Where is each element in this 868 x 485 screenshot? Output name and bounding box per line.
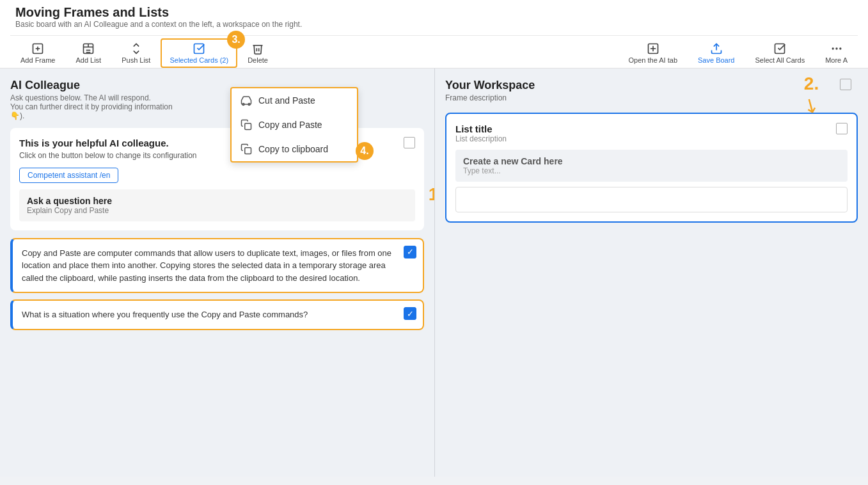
workspace-header: Your Workspace Frame description 2. ↘ xyxy=(445,79,858,102)
copy-paste-label: Copy and Paste xyxy=(258,120,322,130)
add-list-button[interactable]: Add List xyxy=(65,38,111,68)
cut-icon xyxy=(241,95,252,106)
list-checkbox[interactable] xyxy=(836,123,848,134)
list-box: List title List description Create a new… xyxy=(445,113,858,223)
context-menu: Cut and Paste Copy and Paste Copy to cli… xyxy=(230,87,358,163)
new-card-placeholder: Type text... xyxy=(463,166,840,175)
add-frame-label: Add Frame xyxy=(20,56,55,64)
selected-cards-label: Selected Cards (2) xyxy=(170,56,228,64)
toolbar: Add Frame Add List Push List 3. Selected… xyxy=(10,35,858,68)
ask-box-title: Ask a question here xyxy=(27,196,407,206)
right-panel: Your Workspace Frame description 2. ↘ Li… xyxy=(435,68,868,477)
new-card-title: Create a new Card here xyxy=(463,156,840,166)
card-text-input[interactable] xyxy=(455,187,848,212)
frame-title: AI Colleague xyxy=(10,79,424,92)
ask-box-subtitle: Explain Copy and Paste xyxy=(27,206,407,215)
app-subtitle: Basic board with an AI Colleague and a c… xyxy=(15,20,302,29)
delete-button[interactable]: Delete xyxy=(237,38,278,68)
app-title: Moving Frames and Lists xyxy=(15,5,302,20)
step2-label: 2. xyxy=(803,74,819,94)
cut-paste-item[interactable]: Cut and Paste xyxy=(232,88,357,113)
card-2-text: What is a situation where you frequently… xyxy=(22,308,414,321)
svg-rect-8 xyxy=(194,44,204,54)
save-board-button[interactable]: Save Board xyxy=(688,38,745,68)
workspace-desc: Frame description xyxy=(445,93,858,102)
toolbar-right: Open the AI tab Save Board Select All Ca… xyxy=(619,38,858,68)
svg-point-15 xyxy=(840,48,841,49)
save-board-label: Save Board xyxy=(698,56,734,64)
card-2: What is a situation where you frequently… xyxy=(10,299,424,330)
new-card-box[interactable]: Create a new Card here Type text... xyxy=(455,150,848,182)
list-description: List description xyxy=(455,134,848,143)
step1-label: 1. xyxy=(429,184,435,205)
cut-paste-label: Cut and Paste xyxy=(258,95,315,106)
svg-point-13 xyxy=(832,48,833,49)
ask-question-box[interactable]: Ask a question here Explain Copy and Pas… xyxy=(19,189,415,221)
svg-rect-19 xyxy=(245,148,251,154)
copy-clipboard-item[interactable]: Copy to clipboard xyxy=(232,137,357,161)
add-list-label: Add List xyxy=(75,56,101,64)
select-all-cards-button[interactable]: Select All Cards xyxy=(745,38,815,68)
svg-rect-12 xyxy=(775,44,785,54)
frame-description: Ask questions below. The AI will respond… xyxy=(10,93,424,120)
competent-assistant-button[interactable]: Competent assistant /en xyxy=(19,168,118,183)
step4-badge: 4. xyxy=(356,142,374,160)
add-frame-button[interactable]: Add Frame xyxy=(10,38,65,68)
workspace-title: Your Workspace xyxy=(445,79,858,92)
clipboard-icon xyxy=(241,143,252,155)
main-content: AI Colleague Ask questions below. The AI… xyxy=(0,68,868,477)
more-label: More A xyxy=(825,56,848,64)
more-button[interactable]: More A xyxy=(815,38,858,68)
ai-box-checkbox[interactable] xyxy=(404,137,415,148)
card-1-text: Copy and Paste are computer commands tha… xyxy=(22,247,414,285)
svg-rect-18 xyxy=(245,123,251,130)
card-2-checkbox[interactable] xyxy=(404,307,416,320)
toolbar-left: Add Frame Add List Push List 3. Selected… xyxy=(10,38,278,68)
svg-point-14 xyxy=(836,48,837,49)
app-title-area: Moving Frames and Lists Basic board with… xyxy=(15,5,302,29)
copy-icon xyxy=(241,119,252,131)
card-1-checkbox[interactable] xyxy=(404,246,416,258)
step2-group: 2. ↘ xyxy=(803,74,819,116)
push-list-button[interactable]: Push List xyxy=(111,38,161,68)
left-panel: AI Colleague Ask questions below. The AI… xyxy=(0,68,435,477)
list-title-row: List title xyxy=(455,123,848,134)
select-all-cards-label: Select All Cards xyxy=(755,56,805,64)
open-ai-tab-button[interactable]: Open the AI tab xyxy=(619,38,688,68)
list-title-text: List title xyxy=(455,123,493,134)
selected-cards-button[interactable]: 3. Selected Cards (2) xyxy=(161,38,237,68)
copy-paste-item[interactable]: Copy and Paste xyxy=(232,113,357,137)
push-list-label: Push List xyxy=(122,56,150,64)
copy-clipboard-label: Copy to clipboard xyxy=(258,144,328,154)
delete-label: Delete xyxy=(248,56,268,64)
workspace-frame-checkbox[interactable] xyxy=(840,79,851,90)
app-header: Moving Frames and Lists Basic board with… xyxy=(0,0,868,68)
card-1: Copy and Paste are computer commands tha… xyxy=(10,238,424,294)
open-ai-tab-label: Open the AI tab xyxy=(629,56,677,64)
